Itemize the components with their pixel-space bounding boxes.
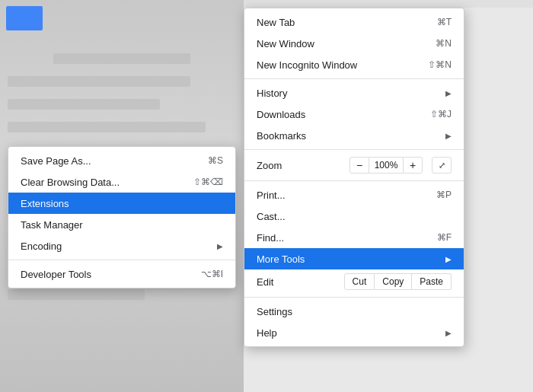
divider-4 (244, 297, 464, 298)
blur-row-2 (8, 76, 190, 87)
divider-3 (244, 180, 464, 181)
blur-row-9 (8, 289, 145, 300)
menu-item-new-tab[interactable]: New Tab ⌘T (244, 11, 464, 33)
zoom-fullscreen-button[interactable]: ⤢ (432, 157, 452, 174)
menu-item-new-window[interactable]: New Window ⌘N (244, 33, 464, 54)
more-tools-submenu: Save Page As... ⌘S Clear Browsing Data..… (8, 146, 236, 288)
edit-row: Edit Cut Copy Paste (244, 269, 464, 294)
zoom-row: Zoom − 100% + ⤢ (244, 153, 464, 177)
edit-buttons: Cut Copy Paste (344, 273, 452, 290)
menu-item-history[interactable]: History ▶ (244, 82, 464, 104)
menu-item-settings[interactable]: Settings (244, 301, 464, 322)
menu-item-cast[interactable]: Cast... (244, 206, 464, 227)
favicon-blue (6, 6, 43, 30)
zoom-minus-button[interactable]: − (349, 157, 369, 174)
divider-2 (244, 149, 464, 150)
sub-menu-divider (8, 260, 235, 260)
menu-item-save-page-as[interactable]: Save Page As... ⌘S (8, 150, 235, 171)
menu-item-help[interactable]: Help ▶ (244, 322, 464, 343)
paste-button[interactable]: Paste (412, 273, 452, 290)
zoom-controls: − 100% + (349, 157, 423, 174)
menu-item-bookmarks[interactable]: Bookmarks ▶ (244, 125, 464, 146)
cut-button[interactable]: Cut (344, 273, 375, 290)
menu-item-downloads[interactable]: Downloads ⇧⌘J (244, 104, 464, 125)
menu-item-encoding[interactable]: Encoding ▶ (8, 235, 235, 257)
menu-item-find[interactable]: Find... ⌘F (244, 227, 464, 248)
menu-item-task-manager[interactable]: Task Manager (8, 214, 235, 235)
blur-row-4 (8, 122, 206, 132)
menu-item-clear-browsing-data[interactable]: Clear Browsing Data... ⇧⌘⌫ (8, 171, 235, 193)
menu-item-more-tools[interactable]: More Tools ▶ (244, 248, 464, 269)
menu-top-space (244, 0, 533, 8)
blur-row-3 (8, 99, 160, 110)
menu-item-print[interactable]: Print... ⌘P (244, 184, 464, 206)
zoom-plus-button[interactable]: + (403, 157, 423, 174)
divider-1 (244, 78, 464, 79)
chrome-main-menu: New Tab ⌘T New Window ⌘N New Incognito W… (244, 8, 464, 347)
copy-button[interactable]: Copy (375, 273, 412, 290)
menu-item-extensions[interactable]: Extensions (8, 193, 235, 214)
zoom-value-display: 100% (369, 157, 403, 174)
menu-item-developer-tools[interactable]: Developer Tools ⌥⌘I (8, 263, 235, 285)
menu-item-new-incognito[interactable]: New Incognito Window ⇧⌘N (244, 54, 464, 75)
blur-row-1 (53, 53, 190, 64)
